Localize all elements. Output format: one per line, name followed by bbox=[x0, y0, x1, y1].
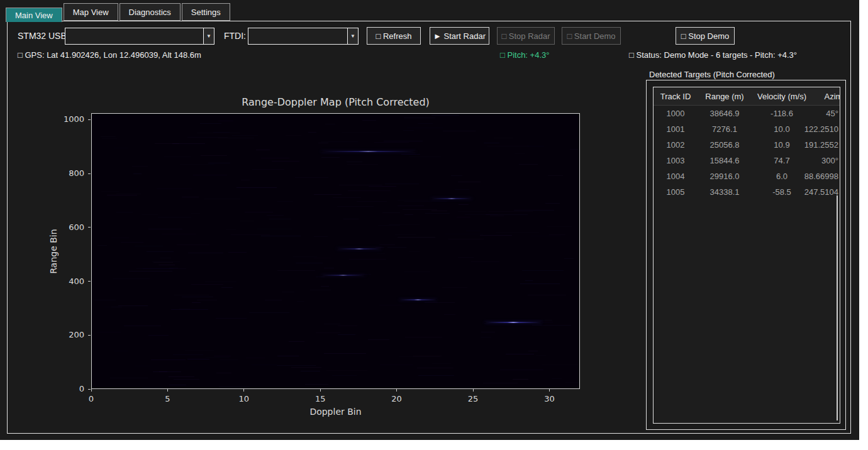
y-tick-mark bbox=[88, 173, 91, 174]
x-tick-mark bbox=[167, 389, 168, 392]
y-tick-label: 600 bbox=[57, 222, 84, 232]
cell: 10.9 bbox=[752, 140, 812, 150]
table-row[interactable]: 100534338.1-58.5247.5104 bbox=[654, 184, 840, 200]
stm32-port-select[interactable]: ▼ bbox=[65, 28, 214, 45]
refresh-button[interactable]: □ Refresh bbox=[367, 27, 421, 45]
y-tick-mark bbox=[88, 389, 91, 390]
cell: 300° bbox=[821, 156, 838, 165]
chart-title: Range-Doppler Map (Pitch Corrected) bbox=[91, 96, 580, 108]
y-tick-label: 200 bbox=[57, 330, 84, 339]
column-header-azimuth[interactable]: Azimuth bbox=[812, 87, 840, 105]
cell: 74.7 bbox=[752, 156, 812, 165]
x-tick-label: 15 bbox=[308, 394, 333, 403]
ftdi-port-value bbox=[248, 28, 347, 44]
y-axis-label: Range Bin bbox=[48, 229, 58, 273]
cell: 45° bbox=[826, 109, 838, 118]
cell: 1005 bbox=[654, 187, 698, 197]
y-tick-label: 1000 bbox=[57, 114, 84, 124]
cell: 1001 bbox=[654, 124, 698, 134]
y-tick-mark bbox=[88, 227, 91, 228]
cell: 25056.8 bbox=[698, 140, 752, 150]
cell: 6.0 bbox=[752, 172, 812, 181]
table-row[interactable]: 100429916.06.088.66998 bbox=[654, 168, 840, 184]
demo-status-text: □ Status: Demo Mode - 6 targets - Pitch:… bbox=[629, 50, 797, 60]
cell: 29916.0 bbox=[698, 172, 752, 181]
x-tick-mark bbox=[91, 389, 92, 392]
y-tick-mark bbox=[88, 119, 91, 120]
stop-radar-button[interactable]: □ Stop Radar bbox=[497, 27, 555, 45]
x-tick-mark bbox=[549, 389, 550, 392]
pitch-indicator: □ Pitch: +4.3° bbox=[500, 50, 549, 60]
gps-status-text: □ GPS: Lat 41.902426, Lon 12.496039, Alt… bbox=[18, 50, 201, 60]
tab-settings[interactable]: Settings bbox=[182, 3, 230, 21]
table-row[interactable]: 100315844.674.7300° bbox=[654, 153, 840, 168]
x-tick-mark bbox=[320, 389, 321, 392]
cell: 10.0 bbox=[752, 124, 812, 134]
heatmap-plot-area bbox=[91, 113, 580, 389]
tab-map-view[interactable]: Map View bbox=[64, 3, 118, 21]
table-row[interactable]: 100225056.810.9191.2552 bbox=[654, 137, 840, 153]
x-tick-label: 30 bbox=[537, 394, 562, 403]
y-tick-mark bbox=[88, 335, 91, 336]
y-tick-label: 400 bbox=[57, 277, 84, 286]
tab-diagnostics[interactable]: Diagnostics bbox=[120, 3, 181, 21]
table-row[interactable]: 100038646.9-118.645° bbox=[654, 106, 840, 121]
target-return-streak bbox=[321, 275, 365, 276]
x-tick-mark bbox=[396, 389, 397, 392]
cell: 34338.1 bbox=[698, 187, 752, 197]
start-radar-button[interactable]: ► Start Radar bbox=[430, 27, 489, 45]
x-tick-label: 5 bbox=[155, 394, 180, 403]
cell: 1002 bbox=[654, 140, 698, 150]
start-demo-button[interactable]: □ Start Demo bbox=[562, 27, 621, 45]
x-tick-label: 25 bbox=[460, 394, 486, 403]
target-return-streak bbox=[399, 299, 437, 300]
target-return-streak bbox=[431, 198, 472, 199]
column-header-velocity-m-s[interactable]: Velocity (m/s) bbox=[752, 87, 812, 105]
target-return-streak bbox=[337, 248, 382, 250]
column-header-range-m[interactable]: Range (m) bbox=[698, 87, 752, 105]
targets-table[interactable]: Track IDRange (m)Velocity (m/s)Azimuth 1… bbox=[653, 87, 840, 424]
cell: 1003 bbox=[654, 156, 698, 165]
targets-group-title: Detected Targets (Pitch Corrected) bbox=[649, 70, 775, 79]
cell: -118.6 bbox=[752, 109, 812, 118]
targets-table-body: 100038646.9-118.645°10017276.110.0122.25… bbox=[654, 106, 840, 200]
targets-table-header: Track IDRange (m)Velocity (m/s)Azimuth bbox=[654, 87, 840, 106]
dropdown-arrow-icon[interactable]: ▼ bbox=[203, 28, 214, 44]
x-tick-label: 20 bbox=[384, 394, 409, 403]
dropdown-arrow-icon[interactable]: ▼ bbox=[347, 28, 358, 44]
stop-demo-button[interactable]: □ Stop Demo bbox=[676, 27, 735, 45]
ftdi-port-select[interactable]: ▼ bbox=[248, 28, 359, 45]
x-tick-label: 10 bbox=[231, 394, 257, 403]
stm32-port-value bbox=[65, 28, 203, 44]
x-tick-mark bbox=[473, 389, 474, 392]
cell: -58.5 bbox=[752, 187, 812, 197]
x-tick-label: 0 bbox=[79, 394, 104, 403]
ftdi-label: FTDI: bbox=[224, 31, 246, 41]
cell: 191.2552 bbox=[804, 140, 838, 150]
y-tick-label: 0 bbox=[57, 384, 84, 393]
x-axis-label: Doppler Bin bbox=[91, 407, 580, 417]
cell: 1000 bbox=[654, 109, 698, 118]
app-window: Main ViewMap ViewDiagnosticsSettings STM… bbox=[0, 0, 859, 440]
heatmap-canvas bbox=[92, 114, 579, 388]
target-return-streak bbox=[484, 322, 542, 323]
cell: 7276.1 bbox=[698, 124, 752, 134]
y-tick-mark bbox=[88, 281, 91, 282]
cell: 247.5104 bbox=[804, 187, 838, 197]
cell: 122.2510 bbox=[804, 124, 838, 134]
cell: 88.66998 bbox=[804, 172, 838, 181]
tab-main-view[interactable]: Main View bbox=[6, 8, 62, 22]
table-scrollbar[interactable] bbox=[837, 195, 838, 420]
cell: 38646.9 bbox=[698, 109, 752, 118]
cell: 15844.6 bbox=[698, 156, 752, 165]
tab-bar: Main ViewMap ViewDiagnosticsSettings bbox=[6, 3, 231, 22]
table-row[interactable]: 10017276.110.0122.2510 bbox=[654, 121, 840, 137]
column-header-track-id[interactable]: Track ID bbox=[654, 87, 698, 105]
cell: 1004 bbox=[654, 172, 698, 181]
stm32-usb-label: STM32 USB: bbox=[18, 31, 69, 41]
x-tick-mark bbox=[243, 389, 244, 392]
target-return-streak bbox=[321, 151, 416, 152]
y-tick-label: 800 bbox=[57, 168, 84, 178]
